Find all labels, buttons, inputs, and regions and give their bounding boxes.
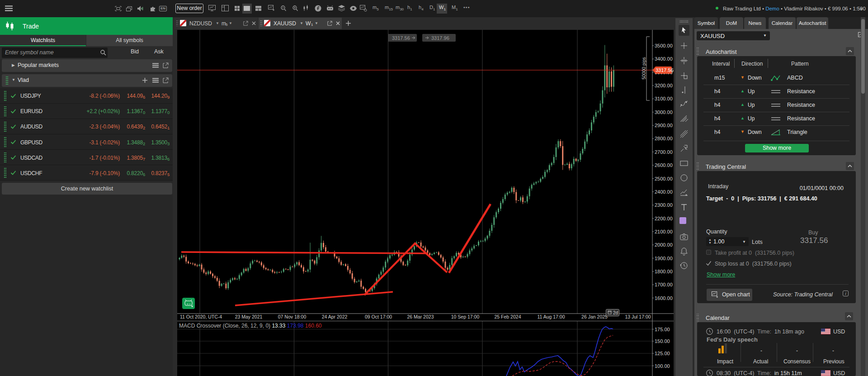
svg-text:125.00: 125.00 bbox=[655, 351, 670, 356]
svg-text:09 Oct 17:00: 09 Oct 17:00 bbox=[365, 314, 392, 319]
svg-text:26 Jan 2025: 26 Jan 2025 bbox=[581, 314, 608, 319]
svg-text:1700.00: 1700.00 bbox=[655, 282, 673, 287]
svg-text:50000 pips: 50000 pips bbox=[642, 57, 646, 80]
svg-text:3400.00: 3400.00 bbox=[655, 56, 673, 62]
svg-text:2800.00: 2800.00 bbox=[655, 136, 673, 141]
svg-text:11 Oct 2020, UTC-4: 11 Oct 2020, UTC-4 bbox=[180, 314, 222, 319]
svg-text:25 Feb 2024: 25 Feb 2024 bbox=[495, 314, 521, 319]
svg-text:1800.00: 1800.00 bbox=[655, 269, 673, 274]
svg-text:26 Mar 2023: 26 Mar 2023 bbox=[407, 314, 434, 319]
svg-text:3317.56: 3317.56 bbox=[392, 35, 410, 41]
svg-text:2200.00: 2200.00 bbox=[655, 216, 673, 221]
svg-text:2600.00: 2600.00 bbox=[655, 162, 673, 168]
svg-text:2400.00: 2400.00 bbox=[655, 189, 673, 195]
svg-text:2d: 2d bbox=[613, 310, 618, 315]
svg-text:3317.96: 3317.96 bbox=[431, 35, 449, 41]
svg-text:1600.00: 1600.00 bbox=[655, 295, 673, 301]
svg-text:24 Apr 2022: 24 Apr 2022 bbox=[322, 314, 348, 319]
svg-text:2100.00: 2100.00 bbox=[655, 229, 673, 234]
svg-text:150.00: 150.00 bbox=[655, 338, 670, 344]
svg-text:MACD Crossover (Close, 26, 12,: MACD Crossover (Close, 26, 12, 9, 0) 13.… bbox=[179, 323, 322, 329]
svg-text:3100.00: 3100.00 bbox=[655, 96, 673, 101]
svg-text:13 Jul 17:00: 13 Jul 17:00 bbox=[625, 314, 651, 319]
svg-text:10 Sep 17:00: 10 Sep 17:00 bbox=[451, 314, 480, 319]
svg-text:3200.00: 3200.00 bbox=[655, 83, 673, 88]
svg-text:23 May 2021: 23 May 2021 bbox=[235, 314, 263, 319]
svg-text:100.00: 100.00 bbox=[655, 363, 670, 369]
svg-text:2500.00: 2500.00 bbox=[655, 176, 673, 181]
svg-text:2900.00: 2900.00 bbox=[655, 123, 673, 128]
svg-text:3000.00: 3000.00 bbox=[655, 109, 673, 115]
svg-text:2000.00: 2000.00 bbox=[655, 242, 673, 247]
svg-text:175.00: 175.00 bbox=[655, 327, 670, 332]
svg-text:3317.56: 3317.56 bbox=[656, 67, 674, 73]
svg-text:07 Nov 18:00: 07 Nov 18:00 bbox=[278, 314, 307, 319]
svg-text:3500.00: 3500.00 bbox=[655, 43, 673, 48]
svg-text:2300.00: 2300.00 bbox=[655, 202, 673, 208]
svg-text:2700.00: 2700.00 bbox=[655, 149, 673, 155]
svg-text:1900.00: 1900.00 bbox=[655, 256, 673, 261]
svg-text:11 Aug 17:00: 11 Aug 17:00 bbox=[537, 314, 565, 319]
